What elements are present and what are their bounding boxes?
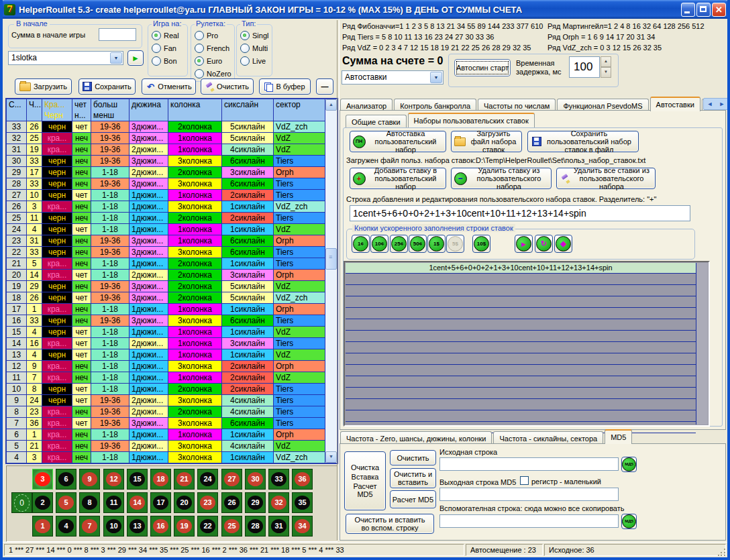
board-cell-11[interactable]: 11 bbox=[103, 492, 124, 513]
aux-string-input[interactable] bbox=[439, 514, 619, 528]
delay-input[interactable]: 100 bbox=[569, 56, 600, 78]
list-item[interactable] bbox=[346, 285, 696, 296]
minimize-button[interactable] bbox=[681, 3, 695, 17]
board-cell-21[interactable]: 21 bbox=[174, 469, 195, 490]
board-cell-18[interactable]: 18 bbox=[150, 469, 171, 490]
autoset-user-button[interactable]: ПН Автоставка пользовательский набор bbox=[350, 131, 446, 152]
save-bets-file-button[interactable]: Сохранить пользовательский набор ставок … bbox=[527, 131, 639, 152]
list-item[interactable] bbox=[346, 388, 696, 399]
table-row[interactable]: 2014кра...чет1-182дюжи...2колонка3сиклай… bbox=[7, 270, 337, 281]
board-cell-10[interactable]: 10 bbox=[103, 516, 124, 537]
list-item[interactable] bbox=[346, 376, 696, 388]
table-row[interactable]: 3119кра...неч19-362дюжи...1колонка4сикла… bbox=[7, 144, 337, 156]
table-row[interactable]: 2511черннеч1-181дюжи...2колонка2сиклайнT… bbox=[7, 213, 337, 224]
tab-bottom-1[interactable]: Частота - сиклайны, сектора bbox=[493, 431, 603, 444]
list-item[interactable] bbox=[346, 319, 696, 331]
radio-multi[interactable]: Multi bbox=[240, 42, 268, 54]
board-cell-35[interactable]: 35 bbox=[292, 492, 313, 513]
md5-clear-paste-button[interactable]: Очистить и вставить bbox=[390, 468, 436, 488]
md5-run-button-2[interactable]: МД5 bbox=[621, 514, 637, 529]
board-cell-9[interactable]: 9 bbox=[79, 469, 100, 490]
list-item[interactable] bbox=[346, 331, 696, 342]
list-item[interactable] bbox=[346, 353, 696, 365]
board-cell-3[interactable]: 3 bbox=[32, 469, 53, 490]
chip-button-50c[interactable]: 50¢ bbox=[409, 235, 427, 253]
md5-calc-button[interactable]: Расчет MD5 bbox=[390, 490, 436, 508]
md5-clear-paste-aux-button[interactable]: Очистить и вставить во вспом. строку bbox=[346, 514, 434, 534]
chevron-down-icon[interactable]: ▼ bbox=[430, 72, 442, 83]
board-cell-32[interactable]: 32 bbox=[268, 492, 289, 513]
md5-run-button-1[interactable]: МД5 bbox=[621, 457, 637, 472]
board-cell-8[interactable]: 8 bbox=[79, 492, 100, 513]
mode-combo[interactable]: Автоставки ▼ bbox=[342, 70, 444, 85]
quick-play-button[interactable]: ► bbox=[515, 235, 533, 253]
list-item[interactable] bbox=[346, 410, 696, 422]
table-row[interactable]: 521кра...неч19-362дюжи...3колонка4сиклай… bbox=[7, 441, 337, 452]
chip-button-25c[interactable]: 25¢ bbox=[390, 235, 408, 253]
tab-inner-1[interactable]: Наборы пользовательских ставок bbox=[408, 113, 535, 127]
board-cell-30[interactable]: 30 bbox=[245, 469, 266, 490]
board-cell-23[interactable]: 23 bbox=[197, 492, 218, 513]
board-cell-19[interactable]: 19 bbox=[174, 516, 195, 537]
table-row[interactable]: 3326чернчет19-363дюжи...2колонка5сиклайн… bbox=[7, 121, 337, 133]
board-cell-7[interactable]: 7 bbox=[79, 516, 100, 537]
arrow-right-icon[interactable]: ► bbox=[719, 101, 725, 107]
table-row[interactable]: 1929черннеч19-363дюжи...2колонка5сиклайн… bbox=[7, 281, 337, 292]
load-bets-file-button[interactable]: Загрузить файл набора ставок bbox=[451, 131, 522, 152]
list-item[interactable] bbox=[346, 274, 696, 285]
list-item[interactable] bbox=[346, 365, 696, 376]
close-button[interactable]: ✕ bbox=[712, 3, 726, 17]
chip-button-1usd[interactable]: 1$ bbox=[427, 235, 446, 253]
list-item[interactable]: 1cent+5+6+0+0+2+1+3+10cent+10+11+12+13+1… bbox=[346, 263, 696, 274]
table-row[interactable]: 2917черннеч1-182дюжи...2колонка3сиклайнO… bbox=[7, 167, 337, 178]
board-cell-0[interactable]: 0 bbox=[11, 492, 32, 513]
table-row[interactable]: 736кра...чет19-363дюжи...3колонка6сиклай… bbox=[7, 418, 337, 429]
tab-bottom-0[interactable]: Частота - Zero, шансы, дюжины, колонки bbox=[340, 431, 492, 444]
board-cell-27[interactable]: 27 bbox=[221, 469, 242, 490]
table-row[interactable]: 108чернчет1-181дюжи...2колонка2сиклайнTi… bbox=[7, 384, 337, 395]
bets-list[interactable]: 1cent+5+6+0+0+2+1+3+10cent+10+11+12+13+1… bbox=[344, 261, 710, 427]
list-item[interactable] bbox=[346, 308, 696, 319]
chevron-down-icon[interactable]: ▼ bbox=[110, 52, 122, 64]
md5-clear-button[interactable]: Очистить bbox=[390, 450, 436, 465]
board-cell-12[interactable]: 12 bbox=[103, 469, 124, 490]
board-cell-14[interactable]: 14 bbox=[127, 492, 148, 513]
bet-string-input[interactable] bbox=[350, 205, 690, 221]
tab-main-4[interactable]: Автоставки bbox=[650, 97, 700, 111]
board-cell-31[interactable]: 31 bbox=[268, 516, 289, 537]
board-cell-36[interactable]: 36 bbox=[292, 469, 313, 490]
arrow-left-icon[interactable]: ◄ bbox=[707, 101, 713, 107]
radio-singl[interactable]: Singl bbox=[240, 30, 268, 41]
tab-bottom-2[interactable]: MD5 bbox=[605, 429, 632, 444]
maximize-button[interactable] bbox=[696, 3, 711, 17]
radio-bon[interactable]: Bon bbox=[152, 55, 177, 66]
board-cell-29[interactable]: 29 bbox=[245, 492, 266, 513]
scroll-up-icon[interactable]: ▲ bbox=[325, 99, 337, 111]
table-row[interactable]: 1826чернчет19-363дюжи...2колонка5сиклайн… bbox=[7, 292, 337, 304]
table-row[interactable]: 117кра...неч1-181дюжи...1колонка2сиклайн… bbox=[7, 372, 337, 384]
toolbar-undo-button[interactable]: ↶Отменить bbox=[142, 78, 196, 95]
toolbar-folder-open-button[interactable]: Загрузить bbox=[15, 78, 72, 95]
source-string-input[interactable] bbox=[439, 457, 619, 471]
table-scrollbar[interactable]: ▲ ▼ bbox=[325, 99, 337, 463]
chip-button-10c[interactable]: 10¢ bbox=[370, 235, 388, 253]
toolbar-brush-button[interactable]: Очистить bbox=[201, 78, 254, 95]
scroll-down-icon[interactable]: ▼ bbox=[325, 451, 337, 463]
tab-scroll-buttons[interactable]: ◄ ► bbox=[703, 98, 729, 110]
tab-inner-0[interactable]: Общие ставки bbox=[346, 115, 407, 127]
table-row[interactable]: 215кра...неч1-181дюжи...2колонка1сиклайн… bbox=[7, 258, 337, 270]
autospin-start-button[interactable]: Автоспин старт bbox=[454, 59, 511, 76]
board-cell-17[interactable]: 17 bbox=[150, 492, 171, 513]
chip-button-1c[interactable]: 1¢ bbox=[352, 235, 370, 253]
table-row[interactable]: 823кра...неч19-362дюжи...2колонка4сиклай… bbox=[7, 406, 337, 418]
list-item[interactable] bbox=[346, 296, 696, 308]
table-row[interactable]: 43кра...неч1-181дюжи...3колонка1сиклайнV… bbox=[7, 452, 337, 463]
board-cell-16[interactable]: 16 bbox=[150, 516, 171, 537]
table-row[interactable]: 924чернчет19-362дюжи...3колонка4сиклайнT… bbox=[7, 395, 337, 406]
table-row[interactable]: 244чернчет1-181дюжи...1колонка1сиклайнVd… bbox=[7, 224, 337, 235]
table-row[interactable]: 263кра...неч1-181дюжи...3колонка1сиклайн… bbox=[7, 201, 337, 213]
toolbar-floppy-button[interactable]: Сохранить bbox=[79, 78, 136, 95]
board-cell-25[interactable]: 25 bbox=[221, 516, 242, 537]
radio-pro[interactable]: Pro bbox=[195, 30, 218, 41]
board-cell-33[interactable]: 33 bbox=[268, 469, 289, 490]
